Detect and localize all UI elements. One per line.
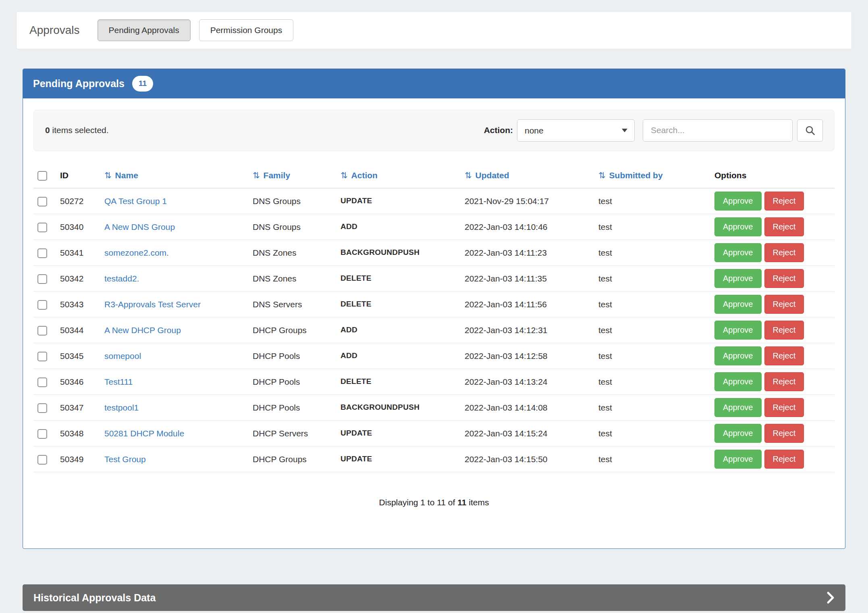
reject-button[interactable]: Reject <box>764 398 804 417</box>
row-name-link[interactable]: Test111 <box>104 377 133 386</box>
approve-button[interactable]: Approve <box>714 346 762 365</box>
approve-button[interactable]: Approve <box>714 243 762 262</box>
select-all-checkbox[interactable] <box>37 171 47 181</box>
reject-button[interactable]: Reject <box>764 243 804 262</box>
approve-button[interactable]: Approve <box>714 295 762 314</box>
table-row: 50341somezone2.com.DNS ZonesBACKGROUNDPU… <box>33 240 835 265</box>
row-name-link[interactable]: somezone2.com. <box>104 248 169 257</box>
column-header-action[interactable]: ⇅Action <box>336 164 461 188</box>
row-submitted-by: test <box>594 291 710 317</box>
row-checkbox[interactable] <box>37 429 47 439</box>
reject-button[interactable]: Reject <box>764 321 804 340</box>
column-header-name[interactable]: ⇅Name <box>100 164 249 188</box>
approve-button[interactable]: Approve <box>714 192 762 211</box>
search-group <box>643 119 823 142</box>
reject-button[interactable]: Reject <box>764 192 804 211</box>
approve-button[interactable]: Approve <box>714 321 762 340</box>
row-id: 50345 <box>56 343 100 369</box>
row-name-link[interactable]: A New DNS Group <box>104 222 175 231</box>
row-checkbox[interactable] <box>37 197 47 206</box>
row-checkbox[interactable] <box>37 352 47 361</box>
row-updated: 2022-Jan-03 14:12:58 <box>461 343 594 369</box>
row-action: DELETE <box>336 265 461 291</box>
table-row: 50345somepoolDHCP PoolsADD2022-Jan-03 14… <box>33 343 835 369</box>
row-action: ADD <box>336 343 461 369</box>
toolbar-controls: Action: none <box>484 119 823 142</box>
search-input[interactable] <box>643 119 793 142</box>
action-select[interactable]: none <box>517 119 635 142</box>
row-checkbox[interactable] <box>37 455 47 465</box>
approve-button[interactable]: Approve <box>714 217 762 236</box>
row-checkbox[interactable] <box>37 403 47 413</box>
pagination-info: Displaying 1 to 11 of 11 items <box>23 496 845 548</box>
row-submitted-by: test <box>594 446 710 472</box>
action-select-wrap: none <box>517 119 635 142</box>
row-submitted-by: test <box>594 317 710 343</box>
selected-info: 0 items selected. <box>45 124 109 136</box>
tab-pending-approvals[interactable]: Pending Approvals <box>98 19 191 41</box>
row-family: DHCP Pools <box>249 343 336 369</box>
selected-label: items selected. <box>50 125 109 135</box>
table-row: 50349Test GroupDHCP GroupsUPDATE2022-Jan… <box>33 446 835 472</box>
reject-button[interactable]: Reject <box>764 346 804 365</box>
row-name-link[interactable]: A New DHCP Group <box>104 325 181 335</box>
row-submitted-by: test <box>594 188 710 214</box>
row-updated: 2022-Jan-03 14:13:24 <box>461 369 594 394</box>
row-name-link[interactable]: 50281 DHCP Module <box>104 429 184 438</box>
table-row: 50343R3-Approvals Test ServerDNS Servers… <box>33 291 835 317</box>
row-checkbox[interactable] <box>37 248 47 258</box>
search-button[interactable] <box>797 119 823 142</box>
row-submitted-by: test <box>594 265 710 291</box>
row-checkbox[interactable] <box>37 377 47 387</box>
column-header-updated[interactable]: ⇅Updated <box>461 164 594 188</box>
row-action: UPDATE <box>336 420 461 446</box>
row-updated: 2022-Jan-03 14:10:46 <box>461 214 594 240</box>
row-updated: 2022-Jan-03 14:11:23 <box>461 240 594 265</box>
row-name-link[interactable]: QA Test Group 1 <box>104 196 167 206</box>
row-name-link[interactable]: testpool1 <box>104 403 139 412</box>
row-name-link[interactable]: R3-Approvals Test Server <box>104 300 201 309</box>
approve-button[interactable]: Approve <box>714 424 762 443</box>
row-family: DNS Zones <box>249 240 336 265</box>
row-id: 50343 <box>56 291 100 317</box>
reject-button[interactable]: Reject <box>764 450 804 469</box>
historical-approvals-bar[interactable]: Historical Approvals Data <box>23 584 845 611</box>
row-checkbox[interactable] <box>37 274 47 284</box>
row-name-link[interactable]: Test Group <box>104 455 146 464</box>
approve-button[interactable]: Approve <box>714 372 762 391</box>
sort-icon: ⇅ <box>598 171 606 180</box>
reject-button[interactable]: Reject <box>764 269 804 288</box>
row-family: DHCP Servers <box>249 420 336 446</box>
row-action: BACKGROUNDPUSH <box>336 394 461 420</box>
row-name-link[interactable]: testadd2. <box>104 274 139 283</box>
approve-button[interactable]: Approve <box>714 398 762 417</box>
approve-button[interactable]: Approve <box>714 269 762 288</box>
reject-button[interactable]: Reject <box>764 424 804 443</box>
row-updated: 2022-Jan-03 14:11:56 <box>461 291 594 317</box>
reject-button[interactable]: Reject <box>764 372 804 391</box>
panel-header: Pending Approvals 11 <box>23 69 845 98</box>
row-action: ADD <box>336 214 461 240</box>
row-family: DHCP Pools <box>249 369 336 394</box>
row-checkbox[interactable] <box>37 300 47 310</box>
row-checkbox[interactable] <box>37 223 47 232</box>
reject-button[interactable]: Reject <box>764 217 804 236</box>
approve-button[interactable]: Approve <box>714 450 762 469</box>
tab-permission-groups[interactable]: Permission Groups <box>199 19 294 41</box>
reject-button[interactable]: Reject <box>764 295 804 314</box>
row-name-link[interactable]: somepool <box>104 351 141 361</box>
table-row: 50340A New DNS GroupDNS GroupsADD2022-Ja… <box>33 214 835 240</box>
row-submitted-by: test <box>594 240 710 265</box>
column-header-id: ID <box>56 164 100 188</box>
row-id: 50344 <box>56 317 100 343</box>
sort-icon: ⇅ <box>253 171 260 180</box>
row-checkbox[interactable] <box>37 326 47 336</box>
row-updated: 2021-Nov-29 15:04:17 <box>461 188 594 214</box>
column-header-family[interactable]: ⇅Family <box>249 164 336 188</box>
row-id: 50340 <box>56 214 100 240</box>
row-updated: 2022-Jan-03 14:11:35 <box>461 265 594 291</box>
row-id: 50346 <box>56 369 100 394</box>
column-header-submitted-by[interactable]: ⇅Submitted by <box>594 164 710 188</box>
row-family: DNS Zones <box>249 265 336 291</box>
row-family: DNS Groups <box>249 188 336 214</box>
